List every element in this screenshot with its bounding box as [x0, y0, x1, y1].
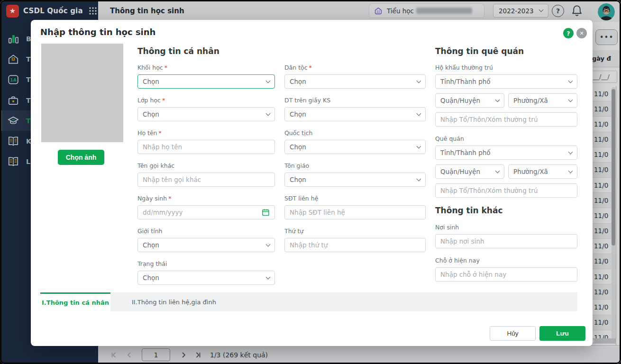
- modal-tabbar: I.Thông tin cá nhân II.Thông tin liên hệ…: [40, 292, 577, 311]
- modal-title: Nhập thông tin học sinh: [40, 27, 155, 37]
- chevron-down-icon: [568, 149, 573, 154]
- group-label: Hộ khẩu thường trú: [435, 64, 493, 71]
- dt-giay-ks-select[interactable]: Chọn: [284, 107, 426, 121]
- cho-o-hien-nay-input[interactable]: [440, 271, 572, 278]
- field-label: Thứ tự: [284, 228, 303, 235]
- khoi-hoc-select[interactable]: Chọn: [137, 74, 275, 89]
- required-mark: *: [162, 97, 165, 104]
- save-button[interactable]: Lưu: [539, 326, 585, 341]
- que-quan-thon-field[interactable]: [435, 183, 577, 198]
- chevron-down-icon: [495, 97, 500, 102]
- ho-ten-field[interactable]: [137, 140, 275, 154]
- required-mark: *: [159, 129, 162, 136]
- trang-thai-select[interactable]: Chọn: [137, 271, 275, 285]
- field-label: Trạng thái: [137, 260, 167, 267]
- quoc-tich-select[interactable]: Chọn: [284, 140, 426, 154]
- field-label: Quốc tịch: [284, 129, 312, 136]
- chevron-down-icon: [266, 111, 271, 116]
- calendar-icon[interactable]: [262, 208, 270, 217]
- sdt-lien-he-field[interactable]: [284, 205, 426, 219]
- ho-khau-xa-select[interactable]: Phường/Xã: [508, 93, 577, 108]
- field-label: Dân tộc: [284, 64, 308, 71]
- noi-sinh-input[interactable]: [440, 237, 572, 245]
- field-label: Tên gọi khác: [137, 162, 174, 169]
- chevron-down-icon: [417, 78, 421, 83]
- dan-toc-select[interactable]: Chọn: [284, 74, 426, 89]
- required-mark: *: [164, 64, 167, 71]
- ho-khau-thon-field[interactable]: [435, 112, 577, 127]
- close-icon[interactable]: ✕: [576, 28, 587, 38]
- tab-personal-info[interactable]: I.Thông tin cá nhân: [40, 292, 110, 311]
- field-label: Họ tên: [137, 129, 157, 136]
- field-label: Ngày sinh: [137, 195, 167, 202]
- que-quan-xa-select[interactable]: Phường/Xã: [508, 164, 577, 179]
- required-mark: *: [168, 195, 171, 202]
- thu-tu-input[interactable]: [290, 241, 420, 249]
- field-label: SĐT liên hệ: [284, 195, 318, 202]
- modal-help-icon[interactable]: ?: [563, 28, 574, 38]
- group-label: Quê quán: [435, 135, 464, 142]
- chevron-down-icon: [266, 242, 271, 246]
- app-window: ★ CSDL Quốc gia Thông tin học sinh Tiểu …: [0, 0, 621, 364]
- section-title-hometown: Thông tin quê quán: [435, 46, 524, 56]
- ngay-sinh-input[interactable]: [143, 209, 262, 216]
- chevron-down-icon: [417, 111, 421, 116]
- field-label: Khối học: [137, 64, 163, 71]
- que-quan-tinh-select[interactable]: Tỉnh/Thành phố: [435, 146, 577, 160]
- chevron-down-icon: [568, 78, 573, 83]
- ho-khau-huyen-select[interactable]: Quận/Huyện: [435, 93, 504, 108]
- ngay-sinh-field[interactable]: [137, 205, 275, 219]
- chevron-down-icon: [417, 176, 421, 181]
- chevron-down-icon: [568, 168, 573, 173]
- choose-photo-button[interactable]: Chọn ảnh: [58, 150, 104, 165]
- field-label: DT trên giấy KS: [284, 97, 330, 104]
- noi-sinh-field[interactable]: [435, 234, 577, 248]
- tab-contact-family[interactable]: II.Thông tin liên hệ,gia đình: [110, 292, 216, 311]
- ten-goi-khac-field[interactable]: [137, 173, 275, 187]
- required-mark: *: [309, 64, 312, 71]
- student-form-modal: Nhập thông tin học sinh ? ✕ Chọn ảnh Thô…: [31, 20, 593, 346]
- chevron-down-icon: [568, 97, 573, 102]
- chevron-down-icon: [266, 78, 271, 83]
- field-label: Nơi sinh: [435, 224, 459, 231]
- section-title-other: Thông tin khác: [435, 206, 503, 215]
- field-label: Tôn giáo: [284, 162, 309, 169]
- chevron-down-icon: [417, 144, 421, 148]
- que-quan-thon-input[interactable]: [440, 187, 572, 194]
- chevron-down-icon: [495, 168, 500, 173]
- ho-khau-tinh-select[interactable]: Tỉnh/Thành phố: [435, 74, 577, 89]
- ho-ten-input[interactable]: [143, 143, 270, 151]
- section-title-personal: Thông tin cá nhân: [137, 46, 219, 56]
- field-label: Chỗ ở hiện nay: [435, 257, 480, 264]
- ten-goi-khac-input[interactable]: [143, 176, 270, 183]
- sdt-lien-he-input[interactable]: [290, 209, 420, 216]
- lop-hoc-select[interactable]: Chọn: [137, 107, 275, 121]
- thu-tu-field[interactable]: [284, 238, 426, 252]
- gioi-tinh-select[interactable]: Chọn: [137, 238, 275, 252]
- student-photo-placeholder: [41, 44, 123, 142]
- field-label: Giới tính: [137, 228, 162, 235]
- que-quan-huyen-select[interactable]: Quận/Huyện: [435, 164, 504, 179]
- cho-o-hien-nay-field[interactable]: [435, 267, 577, 282]
- ton-giao-select[interactable]: Chọn: [284, 173, 426, 187]
- field-label: Lớp học: [137, 97, 161, 104]
- ho-khau-thon-input[interactable]: [440, 116, 572, 123]
- cancel-button[interactable]: Hủy: [490, 326, 536, 341]
- chevron-down-icon: [266, 274, 271, 279]
